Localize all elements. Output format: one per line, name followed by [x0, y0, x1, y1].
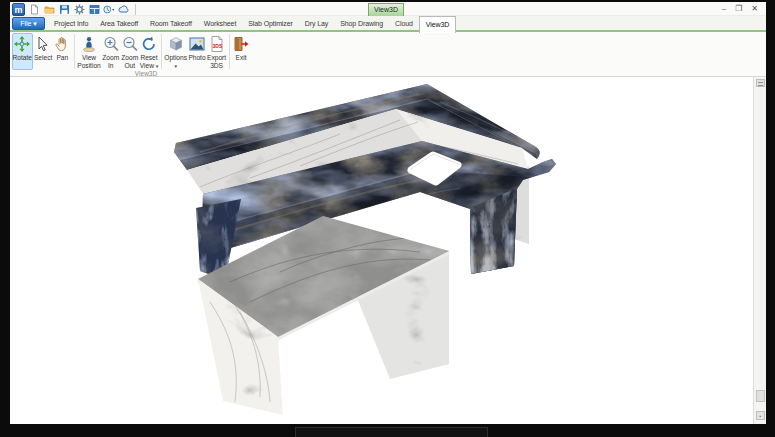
view-position-button[interactable]: ViewPosition [77, 33, 100, 70]
new-document-icon[interactable] [28, 4, 40, 16]
ribbon-separator [74, 34, 75, 69]
screenshot-stage: m [0, 0, 775, 437]
ribbon-separator [161, 34, 162, 69]
tab-cloud[interactable]: Cloud [389, 16, 419, 32]
quick-access-toolbar: m [12, 3, 136, 16]
ribbon-tabs: Project Info Area Takeoff Room Takeoff W… [48, 16, 456, 32]
close-button[interactable]: ✕ [751, 4, 758, 14]
ribbon-button-strip: Rotate Select Pan [11, 33, 251, 70]
cloud-sync-icon[interactable] [118, 4, 130, 16]
photo-button[interactable]: Photo [188, 33, 206, 70]
window-layout-icon[interactable] [88, 4, 100, 16]
exit-door-icon [232, 35, 250, 53]
view-position-person-icon [80, 35, 98, 53]
export-3ds-icon: 3DS [208, 35, 226, 53]
exit-label: Exit [236, 54, 247, 62]
pan-label: Pan [56, 54, 68, 62]
exit-button[interactable]: Exit [232, 33, 250, 70]
pan-button[interactable]: Pan [53, 33, 71, 70]
file-menu-button[interactable]: File ▾ [12, 17, 45, 30]
tab-dry-lay[interactable]: Dry Lay [299, 16, 334, 32]
ribbon-separator [229, 34, 230, 69]
canvas-area: ▪ [10, 77, 766, 424]
rotate-label: Rotate [13, 54, 32, 62]
maximize-button[interactable]: ❐ [735, 4, 742, 14]
pan-hand-icon [53, 35, 71, 53]
svg-text:3DS: 3DS [212, 43, 222, 49]
app-window: m [10, 2, 766, 424]
select-button[interactable]: Select [34, 33, 52, 70]
options-dropdown-icon: ▾ [174, 63, 177, 69]
tab-slab-optimizer[interactable]: Slab Optimizer [242, 16, 299, 32]
minimize-button[interactable]: – [722, 4, 726, 14]
open-folder-icon[interactable] [43, 4, 55, 16]
reset-view-label: ResetView ▾ [140, 54, 159, 70]
taskbar-hint [295, 427, 488, 437]
rotate-button[interactable]: Rotate [12, 33, 33, 70]
select-label: Select [34, 54, 52, 62]
save-icon[interactable] [58, 4, 70, 16]
tab-area-takeoff[interactable]: Area Takeoff [94, 16, 144, 32]
reset-view-icon [140, 35, 158, 53]
zoom-in-label: ZoomIn [102, 54, 119, 69]
options-button[interactable]: Options▾ [164, 33, 187, 70]
history-clock-icon[interactable] [103, 4, 115, 16]
tab-project-info[interactable]: Project Info [48, 16, 94, 32]
ribbon-tab-bar: File ▾ Project Info Area Takeoff Room Ta… [10, 16, 766, 32]
viewport-3d[interactable] [10, 77, 753, 424]
file-menu-label: File [20, 20, 31, 27]
title-bar: m [10, 2, 766, 16]
app-logo-icon[interactable]: m [12, 3, 25, 16]
view-position-label: ViewPosition [77, 54, 100, 69]
options-cube-icon [167, 35, 185, 53]
zoom-out-button[interactable]: ZoomOut [121, 33, 139, 70]
select-cursor-icon [34, 35, 52, 53]
scrollbar-bottom-button[interactable]: ▪ [756, 411, 765, 420]
contextual-tab-group-label: View3D [368, 3, 404, 16]
tab-room-takeoff[interactable]: Room Takeoff [144, 16, 198, 32]
export-3ds-button[interactable]: 3DS Export3DS [207, 33, 226, 70]
settings-gear-icon[interactable] [73, 4, 85, 16]
zoom-out-label: ZoomOut [121, 54, 138, 69]
reset-view-button[interactable]: ResetView ▾ [140, 33, 159, 70]
viewport-scrollbar[interactable]: ▪ [753, 77, 766, 424]
ribbon-group-label: View3D [106, 70, 186, 77]
window-controls: – ❐ ✕ [722, 4, 758, 14]
tab-view3d[interactable]: View3D [419, 16, 456, 33]
ribbon: Rotate Select Pan [10, 32, 766, 77]
tab-worksheet[interactable]: Worksheet [198, 16, 242, 32]
scrollbar-top-button[interactable] [756, 79, 765, 87]
zoom-out-icon [121, 35, 139, 53]
zoom-in-button[interactable]: ZoomIn [102, 33, 120, 70]
tab-shop-drawing[interactable]: Shop Drawing [334, 16, 389, 32]
options-label: Options▾ [164, 54, 187, 70]
photo-icon [188, 35, 206, 53]
file-menu-arrow-icon: ▾ [33, 20, 37, 27]
rotate-icon [13, 35, 31, 53]
qat-separator [135, 4, 136, 15]
export-3ds-label: Export3DS [207, 54, 226, 69]
zoom-in-icon [102, 35, 120, 53]
scrollbar-thumb[interactable] [756, 390, 765, 402]
photo-label: Photo [188, 54, 205, 62]
reset-view-dropdown-icon: ▾ [156, 63, 159, 69]
